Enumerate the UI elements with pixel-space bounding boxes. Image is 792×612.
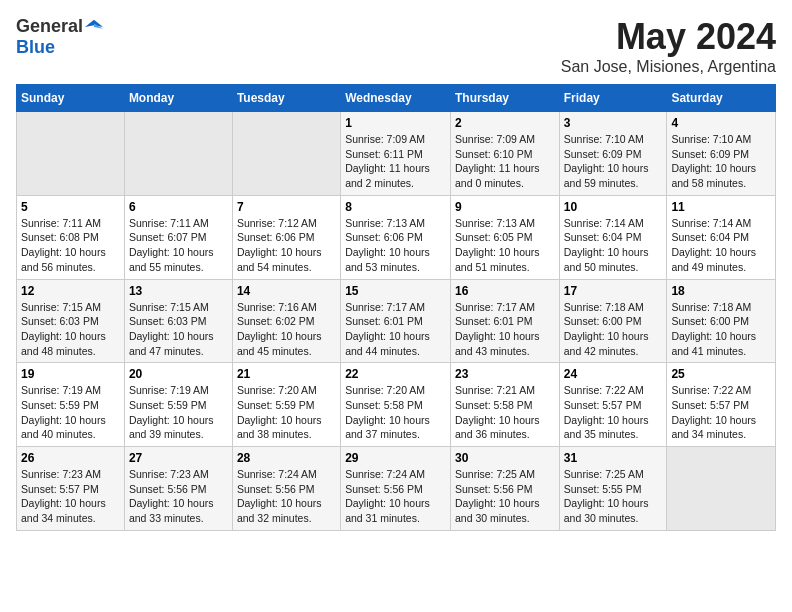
day-info: Sunrise: 7:17 AMSunset: 6:01 PMDaylight:…	[455, 300, 555, 359]
col-header-sunday: Sunday	[17, 85, 125, 112]
calendar-cell: 26Sunrise: 7:23 AMSunset: 5:57 PMDayligh…	[17, 447, 125, 531]
col-header-thursday: Thursday	[450, 85, 559, 112]
calendar-cell: 10Sunrise: 7:14 AMSunset: 6:04 PMDayligh…	[559, 195, 667, 279]
calendar-cell: 3Sunrise: 7:10 AMSunset: 6:09 PMDaylight…	[559, 112, 667, 196]
col-header-wednesday: Wednesday	[341, 85, 451, 112]
day-info: Sunrise: 7:22 AMSunset: 5:57 PMDaylight:…	[564, 383, 663, 442]
day-number: 8	[345, 200, 446, 214]
week-row-1: 1Sunrise: 7:09 AMSunset: 6:11 PMDaylight…	[17, 112, 776, 196]
day-number: 10	[564, 200, 663, 214]
day-number: 4	[671, 116, 771, 130]
col-header-saturday: Saturday	[667, 85, 776, 112]
calendar-cell: 22Sunrise: 7:20 AMSunset: 5:58 PMDayligh…	[341, 363, 451, 447]
day-info: Sunrise: 7:14 AMSunset: 6:04 PMDaylight:…	[564, 216, 663, 275]
day-info: Sunrise: 7:25 AMSunset: 5:56 PMDaylight:…	[455, 467, 555, 526]
calendar-cell: 12Sunrise: 7:15 AMSunset: 6:03 PMDayligh…	[17, 279, 125, 363]
day-info: Sunrise: 7:18 AMSunset: 6:00 PMDaylight:…	[564, 300, 663, 359]
calendar-cell: 25Sunrise: 7:22 AMSunset: 5:57 PMDayligh…	[667, 363, 776, 447]
main-title: May 2024	[561, 16, 776, 58]
day-info: Sunrise: 7:14 AMSunset: 6:04 PMDaylight:…	[671, 216, 771, 275]
calendar-cell: 13Sunrise: 7:15 AMSunset: 6:03 PMDayligh…	[124, 279, 232, 363]
calendar-cell: 18Sunrise: 7:18 AMSunset: 6:00 PMDayligh…	[667, 279, 776, 363]
day-number: 27	[129, 451, 228, 465]
day-info: Sunrise: 7:19 AMSunset: 5:59 PMDaylight:…	[21, 383, 120, 442]
week-row-4: 19Sunrise: 7:19 AMSunset: 5:59 PMDayligh…	[17, 363, 776, 447]
day-number: 22	[345, 367, 446, 381]
calendar-cell: 5Sunrise: 7:11 AMSunset: 6:08 PMDaylight…	[17, 195, 125, 279]
calendar-cell: 28Sunrise: 7:24 AMSunset: 5:56 PMDayligh…	[232, 447, 340, 531]
col-header-monday: Monday	[124, 85, 232, 112]
day-number: 20	[129, 367, 228, 381]
calendar-cell: 11Sunrise: 7:14 AMSunset: 6:04 PMDayligh…	[667, 195, 776, 279]
day-info: Sunrise: 7:15 AMSunset: 6:03 PMDaylight:…	[21, 300, 120, 359]
day-info: Sunrise: 7:16 AMSunset: 6:02 PMDaylight:…	[237, 300, 336, 359]
day-info: Sunrise: 7:10 AMSunset: 6:09 PMDaylight:…	[564, 132, 663, 191]
logo-general-text: General	[16, 16, 83, 37]
calendar-cell: 20Sunrise: 7:19 AMSunset: 5:59 PMDayligh…	[124, 363, 232, 447]
day-number: 2	[455, 116, 555, 130]
day-info: Sunrise: 7:17 AMSunset: 6:01 PMDaylight:…	[345, 300, 446, 359]
day-info: Sunrise: 7:10 AMSunset: 6:09 PMDaylight:…	[671, 132, 771, 191]
calendar-cell: 9Sunrise: 7:13 AMSunset: 6:05 PMDaylight…	[450, 195, 559, 279]
calendar-cell: 17Sunrise: 7:18 AMSunset: 6:00 PMDayligh…	[559, 279, 667, 363]
day-number: 13	[129, 284, 228, 298]
calendar-cell: 15Sunrise: 7:17 AMSunset: 6:01 PMDayligh…	[341, 279, 451, 363]
day-info: Sunrise: 7:11 AMSunset: 6:07 PMDaylight:…	[129, 216, 228, 275]
logo: General Blue	[16, 16, 103, 58]
day-number: 6	[129, 200, 228, 214]
calendar-cell: 24Sunrise: 7:22 AMSunset: 5:57 PMDayligh…	[559, 363, 667, 447]
logo-bird-icon	[85, 18, 103, 36]
calendar-table: SundayMondayTuesdayWednesdayThursdayFrid…	[16, 84, 776, 531]
day-number: 3	[564, 116, 663, 130]
calendar-cell: 21Sunrise: 7:20 AMSunset: 5:59 PMDayligh…	[232, 363, 340, 447]
day-info: Sunrise: 7:21 AMSunset: 5:58 PMDaylight:…	[455, 383, 555, 442]
header-row: SundayMondayTuesdayWednesdayThursdayFrid…	[17, 85, 776, 112]
calendar-cell: 8Sunrise: 7:13 AMSunset: 6:06 PMDaylight…	[341, 195, 451, 279]
calendar-cell: 16Sunrise: 7:17 AMSunset: 6:01 PMDayligh…	[450, 279, 559, 363]
day-number: 28	[237, 451, 336, 465]
day-number: 23	[455, 367, 555, 381]
day-info: Sunrise: 7:23 AMSunset: 5:57 PMDaylight:…	[21, 467, 120, 526]
day-number: 19	[21, 367, 120, 381]
week-row-3: 12Sunrise: 7:15 AMSunset: 6:03 PMDayligh…	[17, 279, 776, 363]
day-number: 26	[21, 451, 120, 465]
logo-blue-text: Blue	[16, 37, 55, 58]
calendar-cell: 19Sunrise: 7:19 AMSunset: 5:59 PMDayligh…	[17, 363, 125, 447]
day-info: Sunrise: 7:24 AMSunset: 5:56 PMDaylight:…	[345, 467, 446, 526]
day-info: Sunrise: 7:09 AMSunset: 6:11 PMDaylight:…	[345, 132, 446, 191]
day-number: 16	[455, 284, 555, 298]
calendar-cell	[232, 112, 340, 196]
day-info: Sunrise: 7:09 AMSunset: 6:10 PMDaylight:…	[455, 132, 555, 191]
day-info: Sunrise: 7:15 AMSunset: 6:03 PMDaylight:…	[129, 300, 228, 359]
day-number: 18	[671, 284, 771, 298]
calendar-cell: 31Sunrise: 7:25 AMSunset: 5:55 PMDayligh…	[559, 447, 667, 531]
day-number: 17	[564, 284, 663, 298]
calendar-cell	[17, 112, 125, 196]
day-info: Sunrise: 7:20 AMSunset: 5:58 PMDaylight:…	[345, 383, 446, 442]
day-number: 11	[671, 200, 771, 214]
col-header-friday: Friday	[559, 85, 667, 112]
day-number: 31	[564, 451, 663, 465]
calendar-cell: 29Sunrise: 7:24 AMSunset: 5:56 PMDayligh…	[341, 447, 451, 531]
calendar-cell: 30Sunrise: 7:25 AMSunset: 5:56 PMDayligh…	[450, 447, 559, 531]
day-info: Sunrise: 7:13 AMSunset: 6:05 PMDaylight:…	[455, 216, 555, 275]
calendar-cell: 7Sunrise: 7:12 AMSunset: 6:06 PMDaylight…	[232, 195, 340, 279]
day-info: Sunrise: 7:25 AMSunset: 5:55 PMDaylight:…	[564, 467, 663, 526]
calendar-cell: 23Sunrise: 7:21 AMSunset: 5:58 PMDayligh…	[450, 363, 559, 447]
calendar-cell: 14Sunrise: 7:16 AMSunset: 6:02 PMDayligh…	[232, 279, 340, 363]
calendar-cell: 6Sunrise: 7:11 AMSunset: 6:07 PMDaylight…	[124, 195, 232, 279]
day-info: Sunrise: 7:20 AMSunset: 5:59 PMDaylight:…	[237, 383, 336, 442]
calendar-cell: 4Sunrise: 7:10 AMSunset: 6:09 PMDaylight…	[667, 112, 776, 196]
calendar-cell: 2Sunrise: 7:09 AMSunset: 6:10 PMDaylight…	[450, 112, 559, 196]
week-row-2: 5Sunrise: 7:11 AMSunset: 6:08 PMDaylight…	[17, 195, 776, 279]
day-info: Sunrise: 7:13 AMSunset: 6:06 PMDaylight:…	[345, 216, 446, 275]
day-number: 7	[237, 200, 336, 214]
day-number: 14	[237, 284, 336, 298]
day-info: Sunrise: 7:23 AMSunset: 5:56 PMDaylight:…	[129, 467, 228, 526]
subtitle: San Jose, Misiones, Argentina	[561, 58, 776, 76]
header: General Blue May 2024 San Jose, Misiones…	[16, 16, 776, 76]
day-info: Sunrise: 7:22 AMSunset: 5:57 PMDaylight:…	[671, 383, 771, 442]
day-number: 1	[345, 116, 446, 130]
day-info: Sunrise: 7:11 AMSunset: 6:08 PMDaylight:…	[21, 216, 120, 275]
day-number: 12	[21, 284, 120, 298]
